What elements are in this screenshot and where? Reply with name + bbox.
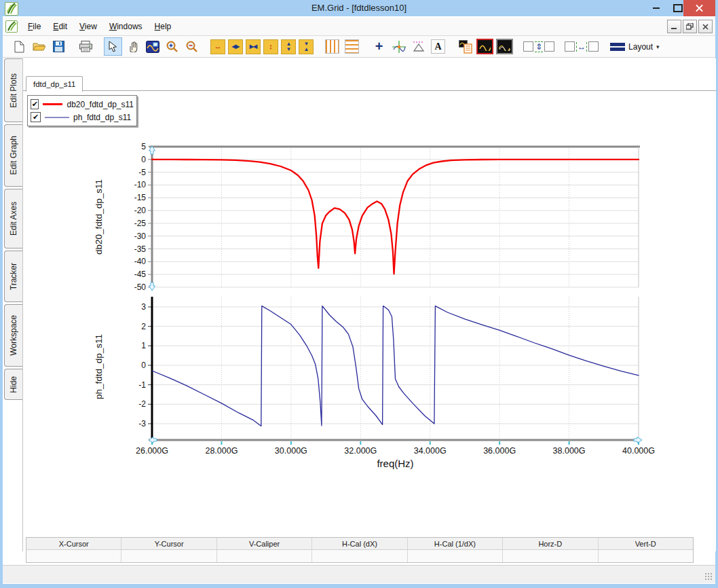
status-value-cell xyxy=(599,550,693,562)
cursor-status-table: X-CursorY-CursorV-CaliperH-Cal (dX)H-Cal… xyxy=(26,537,694,563)
x-axis-left-handle[interactable] xyxy=(149,437,157,443)
status-value-cell xyxy=(503,550,598,562)
plot-legend: ✔ db20_fdtd_dp_s11 ✔ ph_fdtd_dp_s11 xyxy=(27,95,137,126)
bottom-ytick-label: 2 xyxy=(141,322,146,331)
status-col-h-cal-1-dx-: H-Cal (1/dX) xyxy=(408,538,503,549)
status-col-x-cursor: X-Cursor xyxy=(26,538,121,549)
status-value-cell xyxy=(312,550,407,562)
top-ytick-label: -45 xyxy=(134,270,147,279)
ph-curve xyxy=(152,306,639,426)
xtick-label: 40.000G xyxy=(622,446,655,456)
top-ytick-label: 5 xyxy=(141,142,146,151)
status-value-cell xyxy=(26,550,121,562)
bottom-ytick-label: 1 xyxy=(141,341,146,350)
legend-row-ph: ✔ ph_fdtd_dp_s11 xyxy=(31,111,134,124)
xtick-label: 36.000G xyxy=(483,446,516,456)
ph-legend-label: ph_fdtd_dp_s11 xyxy=(73,113,131,122)
xtick-label: 26.000G xyxy=(136,446,168,456)
status-value-cell xyxy=(121,550,216,562)
bottom-ytick-label: 3 xyxy=(141,302,146,312)
plot-canvas: 50-5-10-15-20-25-30-35-40-45-503210-1-2-… xyxy=(0,0,718,536)
xtick-label: 34.000G xyxy=(414,446,447,456)
xtick-label: 38.000G xyxy=(553,446,586,456)
bottom-ytick-label: 0 xyxy=(141,361,146,370)
window-bottom-frame xyxy=(3,565,715,583)
top-ytick-label: -40 xyxy=(134,257,147,266)
top-y-axis-title: db20_fdtd_dp_s11 xyxy=(94,179,104,255)
ph-line-sample xyxy=(45,117,69,118)
bottom-ytick-label: -1 xyxy=(138,380,146,390)
db20-line-sample xyxy=(43,103,62,105)
bottom-y-axis-title: ph_fdtd_dp_s11 xyxy=(94,334,104,399)
x-axis-right-handle[interactable] xyxy=(634,437,642,443)
top-ytick-label: -20 xyxy=(134,206,147,215)
plot-tab[interactable]: fdtd_dp_s11 xyxy=(26,76,83,92)
x-axis-title: freq(Hz) xyxy=(377,458,413,469)
top-ytick-label: -5 xyxy=(138,168,146,177)
top-ytick-label: -10 xyxy=(134,180,147,189)
top-ytick-label: 0 xyxy=(141,155,146,164)
top-axis-lower-handle[interactable] xyxy=(149,282,155,291)
status-value-row xyxy=(26,549,693,562)
bottom-ytick-label: -3 xyxy=(138,419,146,428)
status-col-h-cal-dx-: H-Cal (dX) xyxy=(312,538,407,549)
db20-curve xyxy=(152,160,639,274)
top-ytick-label: -35 xyxy=(134,244,147,254)
status-col-horz-d: Horz-D xyxy=(503,538,598,549)
top-ytick-label: -15 xyxy=(134,193,147,202)
bottom-ytick-label: -2 xyxy=(138,399,146,409)
top-ytick-label: -30 xyxy=(134,232,147,241)
resize-grip[interactable] xyxy=(704,572,713,581)
status-value-cell xyxy=(408,550,503,562)
top-ytick-label: -50 xyxy=(134,282,147,292)
ph-visibility-checkbox[interactable]: ✔ xyxy=(31,112,41,122)
status-col-vert-d: Vert-D xyxy=(599,538,693,549)
status-col-y-cursor: Y-Cursor xyxy=(121,538,216,549)
top-ytick-label: -25 xyxy=(134,219,147,228)
xtick-label: 28.000G xyxy=(205,446,238,456)
xtick-label: 30.000G xyxy=(275,446,307,456)
status-col-v-caliper: V-Caliper xyxy=(217,538,312,549)
status-header-row: X-CursorY-CursorV-CaliperH-Cal (dX)H-Cal… xyxy=(26,538,693,549)
db20-visibility-checkbox[interactable]: ✔ xyxy=(31,99,39,109)
status-value-cell xyxy=(217,550,312,562)
db20-legend-label: db20_fdtd_dp_s11 xyxy=(67,100,134,109)
legend-row-db20: ✔ db20_fdtd_dp_s11 xyxy=(31,98,134,111)
xtick-label: 32.000G xyxy=(344,446,377,456)
